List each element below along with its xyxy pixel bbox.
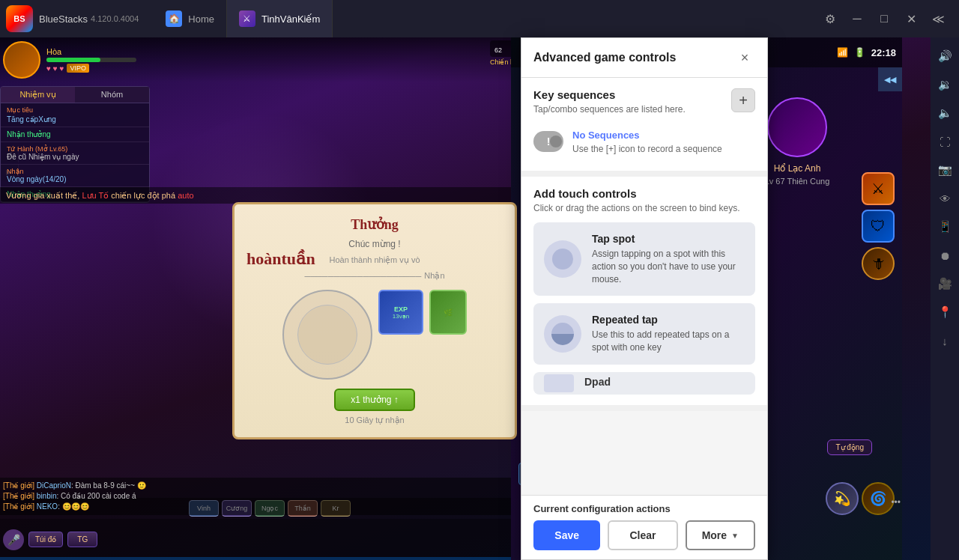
tab-home[interactable]: 🏠 Home — [154, 0, 227, 37]
mission-tab-group[interactable]: Nhóm — [75, 87, 149, 103]
tap-spot-icon — [544, 240, 581, 278]
key-sequences-header: Key sequences Tap/combo sequences are li… — [533, 88, 755, 124]
no-seq-icon — [533, 131, 563, 152]
close-button[interactable]: ✕ — [899, 7, 923, 31]
tab-game-label: TinhVânKiếm — [261, 13, 320, 25]
mission-item-3: Nhận Vòng ngày(14/20) — [1, 165, 149, 187]
mission-action-1[interactable]: Nhận thưởng — [1, 127, 149, 142]
add-sequence-button[interactable]: + — [731, 88, 755, 112]
dpad-text: Dpad — [584, 376, 611, 391]
reward-title: Thưởng — [246, 216, 503, 233]
dpad-card[interactable]: Dpad — [533, 372, 755, 395]
tab-home-label: Home — [188, 13, 214, 25]
hp-bar — [46, 58, 136, 62]
agc-footer: Current configuration actions Save Clear… — [521, 495, 767, 559]
skill-icon-2[interactable]: 🛡 — [862, 210, 895, 243]
home-icon: 🏠 — [166, 10, 182, 27]
key-sequences-title: Key sequences — [533, 88, 731, 101]
game-area: Hòa ♥ ♥ ♥ VIPO 62 Chiến lực 9272 ◄ — [0, 37, 931, 560]
settings-button[interactable]: ⚙ — [818, 7, 842, 31]
reward-popup: Thưởng Chúc mừng ! Hoàn thành nhiệm vụ v… — [232, 202, 517, 439]
repeated-tap-card[interactable]: Repeated tap Use this to add repeated ta… — [533, 303, 755, 365]
battery-icon: 🔋 — [854, 47, 865, 58]
hp-fill — [46, 58, 100, 62]
collapse-button[interactable]: ≪ — [926, 7, 950, 31]
maximize-button[interactable]: □ — [872, 7, 896, 31]
player-avatar — [3, 41, 40, 79]
agc-title: Advanced game controls — [533, 51, 676, 64]
right-char-avatar — [767, 97, 827, 157]
repeated-tap-title: Repeated tap — [592, 314, 745, 326]
mission-tab-main[interactable]: Nhiệm vụ — [1, 87, 75, 103]
game-icon: ⚔ — [239, 10, 255, 27]
auto-button[interactable]: Tự động — [827, 439, 872, 455]
vip-badge: VIPO — [67, 64, 89, 73]
chat-area: [Thế giới] DiCaprioN: Đàm ba 8-9 cái~~ 🙂… — [0, 478, 539, 515]
minimize-button[interactable]: ─ — [845, 7, 869, 31]
titlebar: BS BlueStacks 4.120.0.4004 🏠 Home ⚔ Tinh… — [0, 0, 959, 37]
location-button[interactable]: 📍 — [932, 299, 958, 325]
game-ui-left: Hòa ♥ ♥ ♥ VIPO 62 Chiến lực 9272 ◄ — [0, 37, 539, 560]
reward-item-2: 🌿 — [429, 290, 467, 335]
window-controls: ⚙ ─ □ ✕ ≪ — [818, 7, 950, 31]
reward-exp-icon: EXP 13vạn — [378, 290, 423, 335]
repeated-tap-icon — [544, 315, 581, 353]
camera-button[interactable]: 🎥 — [932, 271, 958, 296]
agc-footer-buttons: Save Clear More ▼ — [521, 520, 767, 559]
agc-body[interactable]: Key sequences Tap/combo sequences are li… — [521, 78, 767, 495]
eye-button[interactable]: 👁 — [932, 186, 958, 211]
agc-close-button[interactable]: × — [734, 47, 755, 68]
bag-btn[interactable]: Túi đồ — [28, 532, 63, 547]
dpad-icon — [544, 374, 574, 392]
clear-button[interactable]: Clear — [608, 520, 677, 550]
volume-mid-button[interactable]: 🔉 — [932, 72, 958, 97]
fullscreen-button[interactable]: ⛶ — [932, 129, 958, 154]
mic-btn[interactable]: 🎤 — [3, 529, 24, 550]
dpad-title: Dpad — [584, 376, 611, 388]
skill-icon-1[interactable]: ⚔ — [862, 172, 895, 205]
tg-btn[interactable]: TG — [67, 532, 97, 547]
app-version: 4.120.0.4004 — [91, 14, 139, 23]
more-button[interactable]: More ▼ — [686, 520, 755, 550]
expand-button[interactable]: ◀◀ — [878, 67, 902, 91]
volume-down-button[interactable]: 🔈 — [932, 100, 958, 126]
right-skills: ⚔ 🛡 🗡 — [862, 172, 895, 280]
skill-icon-5[interactable]: 🌀 — [862, 482, 895, 515]
volume-up-button[interactable]: 🔊 — [932, 43, 958, 69]
tap-spot-inner-icon — [552, 249, 573, 270]
tap-spot-title: Tap spot — [592, 233, 745, 245]
no-sequences: No Sequences Use the [+] icon to record … — [533, 124, 755, 160]
more-label: More — [702, 529, 727, 541]
screenshot-button[interactable]: 📷 — [932, 157, 958, 183]
repeated-tap-desc: Use this to add repeated taps on a spot … — [592, 329, 745, 354]
tab-game[interactable]: ⚔ TinhVânKiếm — [227, 0, 333, 37]
chevron-down-icon: ▼ — [731, 532, 739, 540]
mission-panel: Nhiệm vụ Nhóm Mục tiêu Tăng cấpXưng Nhận… — [0, 86, 150, 203]
no-seq-text: No Sequences Use the [+] icon to record … — [572, 130, 722, 154]
repeated-tap-text: Repeated tap Use this to add repeated ta… — [592, 314, 745, 354]
tap-spot-card[interactable]: Tap spot Assign tapping on a spot with t… — [533, 222, 755, 296]
touch-controls-desc: Click or drag the actions on the screen … — [533, 203, 755, 213]
arrow-down-button[interactable]: ↓ — [932, 328, 958, 353]
reward-btn[interactable]: x1 thưởng ↑ — [334, 389, 415, 411]
tap-spot-desc: Assign tapping on a spot with this actio… — [592, 248, 745, 285]
phone-button[interactable]: 📱 — [932, 214, 958, 240]
skill-icon-4[interactable]: 💫 — [826, 482, 859, 515]
record-button[interactable]: ⏺ — [932, 243, 958, 268]
xp-bar — [0, 557, 539, 560]
player-info: Hòa ♥ ♥ ♥ VIPO — [46, 47, 536, 73]
agc-panel: Advanced game controls × Key sequences T… — [521, 37, 768, 560]
game-time: 22:18 — [871, 47, 896, 58]
save-button[interactable]: Save — [533, 520, 600, 550]
mission-item-1: Mục tiêu Tăng cấpXưng — [1, 103, 149, 127]
player-name: Hòa — [46, 47, 536, 56]
reward-timer: 10 Giây tự nhận — [246, 416, 503, 425]
mission-item-2: Tứ Hành (Mở Lv.65) Đê cũ Nhiệm vụ ngày — [1, 142, 149, 165]
marquee-bar: Vương gia xuất thế, Lưu Tố chiến lực đột… — [0, 187, 539, 204]
key-sequences-desc: Tap/combo sequences are listed here. — [533, 104, 731, 115]
agc-header: Advanced game controls × — [521, 38, 767, 78]
reward-congrats: Chúc mừng ! — [246, 239, 503, 249]
skill-icon-3[interactable]: 🗡 — [862, 247, 895, 280]
mission-title-1: Tăng cấpXưng — [7, 115, 143, 124]
more-dots[interactable]: ••• — [891, 497, 901, 508]
